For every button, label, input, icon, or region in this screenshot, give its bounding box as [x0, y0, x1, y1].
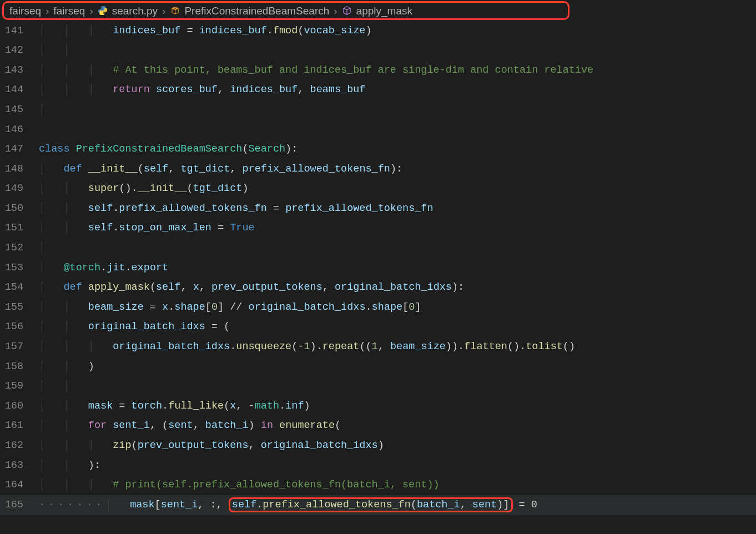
- code-line[interactable]: 145 │: [0, 100, 756, 120]
- line-number: 144: [0, 85, 39, 95]
- code-line[interactable]: 154 │ def apply_mask(self, x, prev_outpu…: [0, 278, 756, 298]
- line-number: 141: [0, 26, 39, 37]
- line-number: 165: [0, 500, 39, 511]
- method-icon: [342, 6, 352, 16]
- code-line[interactable]: 146: [0, 120, 756, 140]
- line-number: 155: [0, 303, 39, 313]
- line-number: 149: [0, 184, 39, 194]
- code-line-current[interactable]: 165 ·······│ mask[sent_i, :, self.prefix…: [0, 495, 756, 515]
- code-line[interactable]: 156 │ │ original_batch_idxs = (: [0, 318, 756, 337]
- line-number: 148: [0, 164, 39, 175]
- breadcrumb-seg[interactable]: search.py: [112, 6, 158, 16]
- line-number: 156: [0, 322, 39, 333]
- line-number: 162: [0, 441, 39, 451]
- chevron-right-icon: ›: [162, 6, 165, 16]
- code-line[interactable]: 147 class PrefixConstrainedBeamSearch(Se…: [0, 140, 756, 160]
- line-number: 143: [0, 66, 39, 76]
- code-line[interactable]: 149 │ │ super().__init__(tgt_dict): [0, 179, 756, 199]
- line-number: 164: [0, 480, 39, 491]
- line-number: 147: [0, 144, 39, 155]
- code-line[interactable]: 164 │ │ │ # print(self.prefix_allowed_to…: [0, 476, 756, 496]
- line-number: 157: [0, 342, 39, 352]
- breadcrumb-seg[interactable]: fairseq: [53, 6, 85, 16]
- line-number: 145: [0, 105, 39, 115]
- code-line[interactable]: 153 │ @torch.jit.export: [0, 258, 756, 278]
- code-line[interactable]: 143 │ │ │ # At this point, beams_buf and…: [0, 61, 756, 80]
- line-number: 161: [0, 421, 39, 431]
- breadcrumb-seg[interactable]: apply_mask: [356, 6, 412, 16]
- code-line[interactable]: 148 │ def __init__(self, tgt_dict, prefi…: [0, 159, 756, 179]
- class-icon: [170, 6, 180, 16]
- line-number: 163: [0, 461, 39, 471]
- chevron-right-icon: ›: [89, 6, 93, 16]
- code-line[interactable]: 151 │ │ self.stop_on_max_len = True: [0, 219, 756, 239]
- highlighted-expression: self.prefix_allowed_tokens_fn(batch_i, s…: [229, 497, 513, 512]
- breadcrumb-seg[interactable]: fairseq: [9, 6, 41, 16]
- code-line[interactable]: 159 │ │: [0, 377, 756, 397]
- code-line[interactable]: 160 │ │ mask = torch.full_like(x, -math.…: [0, 396, 756, 416]
- code-line[interactable]: 162 │ │ │ zip(prev_output_tokens, origin…: [0, 436, 756, 456]
- line-number: 150: [0, 204, 39, 214]
- chevron-right-icon: ›: [46, 6, 49, 16]
- code-line[interactable]: 142 │ │: [0, 41, 756, 61]
- line-number: 159: [0, 381, 39, 392]
- line-number: 152: [0, 243, 39, 254]
- code-line[interactable]: 144 │ │ │ return scores_buf, indices_buf…: [0, 80, 756, 100]
- code-line[interactable]: 152 │: [0, 239, 756, 259]
- python-file-icon: [98, 6, 108, 16]
- code-line[interactable]: 157 │ │ │ original_batch_idxs.unsqueeze(…: [0, 337, 756, 357]
- line-number: 158: [0, 362, 39, 372]
- breadcrumb[interactable]: fairseq › fairseq › search.py › PrefixCo…: [2, 1, 569, 20]
- line-number: 153: [0, 263, 39, 274]
- line-number: 151: [0, 223, 39, 234]
- code-line[interactable]: 158 │ │ ): [0, 357, 756, 377]
- code-line[interactable]: 150 │ │ self.prefix_allowed_tokens_fn = …: [0, 199, 756, 219]
- code-line[interactable]: 163 │ │ ):: [0, 456, 756, 476]
- code-editor[interactable]: 141 │ │ │ indices_buf = indices_buf.fmod…: [0, 21, 756, 515]
- code-line[interactable]: 161 │ │ for sent_i, (sent, batch_i) in e…: [0, 416, 756, 436]
- breadcrumb-seg[interactable]: PrefixConstrainedBeamSearch: [184, 6, 329, 16]
- line-number: 142: [0, 46, 39, 56]
- chevron-right-icon: ›: [334, 6, 337, 16]
- line-number: 154: [0, 283, 39, 293]
- code-line[interactable]: 155 │ │ beam_size = x.shape[0] // origin…: [0, 298, 756, 318]
- code-line[interactable]: 141 │ │ │ indices_buf = indices_buf.fmod…: [0, 21, 756, 41]
- line-number: 160: [0, 401, 39, 412]
- line-number: 146: [0, 125, 39, 135]
